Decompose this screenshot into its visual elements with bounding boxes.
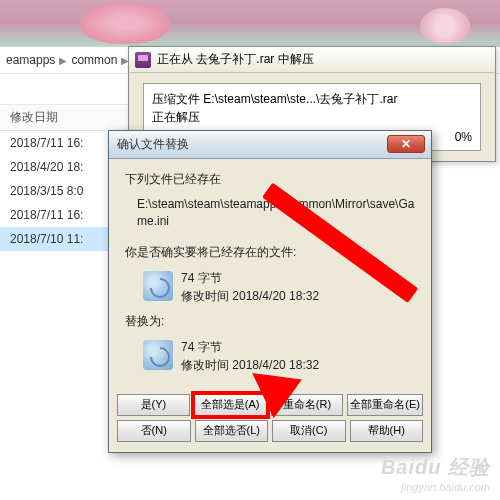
help-button[interactable]: 帮助(H) <box>350 420 424 442</box>
progress-percent: 0% <box>455 128 472 146</box>
existing-file-block: 74 字节 修改时间 2018/4/20 18:32 <box>125 269 415 305</box>
close-icon: ✕ <box>401 137 411 151</box>
modtime-label: 修改时间 <box>181 289 229 303</box>
dialog-title: 确认文件替换 <box>117 136 189 153</box>
no-button[interactable]: 否(N) <box>117 420 191 442</box>
new-file-block: 74 字节 修改时间 2018/4/20 18:32 <box>125 338 415 374</box>
chevron-right-icon: ▶ <box>59 55 67 66</box>
replace-confirm-dialog: 确认文件替换 ✕ 下列文件已经存在 E:\steam\steam\steamap… <box>108 130 432 453</box>
rar-icon <box>135 52 151 68</box>
archive-path: E:\steam\steam\ste...\去兔子补丁.rar <box>203 92 397 106</box>
file-size: 74 字节 <box>181 269 319 287</box>
watermark-url: jingyan.baidu.com <box>381 480 490 494</box>
file-path: E:\steam\steam\steamapps\common\Mirror\s… <box>125 196 415 230</box>
modtime-label: 修改时间 <box>181 358 229 372</box>
yes-button[interactable]: 是(Y) <box>117 394 190 416</box>
modtime-value: 2018/4/20 18:32 <box>232 289 319 303</box>
archive-label: 压缩文件 <box>152 92 200 106</box>
desktop-wallpaper <box>0 0 500 46</box>
close-button[interactable]: ✕ <box>387 135 425 153</box>
dialog-titlebar[interactable]: 确认文件替换 ✕ <box>109 131 431 159</box>
file-size: 74 字节 <box>181 338 319 356</box>
dialog-titlebar[interactable]: 正在从 去兔子补丁.rar 中解压 <box>129 47 495 73</box>
button-row-1: 是(Y) 全部选是(A) 重命名(R) 全部重命名(E) <box>109 392 431 418</box>
dialog-body: 下列文件已经存在 E:\steam\steam\steamapps\common… <box>109 159 431 392</box>
button-row-2: 否(N) 全部选否(L) 取消(C) 帮助(H) <box>109 418 431 452</box>
breadcrumb-item[interactable]: eamapps <box>6 53 55 67</box>
watermark-brand: Baidu 经验 <box>381 454 490 480</box>
exists-label: 下列文件已经存在 <box>125 171 415 188</box>
cancel-button[interactable]: 取消(C) <box>272 420 346 442</box>
file-icon <box>143 271 173 301</box>
extracting-label: 正在解压 <box>152 108 472 126</box>
rename-button[interactable]: 重命名(R) <box>271 394 344 416</box>
no-all-button[interactable]: 全部选否(L) <box>195 420 269 442</box>
dialog-title: 正在从 去兔子补丁.rar 中解压 <box>157 51 314 68</box>
breadcrumb-item[interactable]: common <box>71 53 117 67</box>
rename-all-button[interactable]: 全部重命名(E) <box>347 394 423 416</box>
replace-with-label: 替换为: <box>125 313 415 330</box>
confirm-label: 你是否确实要将已经存在的文件: <box>125 244 415 261</box>
watermark: Baidu 经验 jingyan.baidu.com <box>381 454 490 494</box>
file-icon <box>143 340 173 370</box>
modtime-value: 2018/4/20 18:32 <box>232 358 319 372</box>
yes-all-button[interactable]: 全部选是(A) <box>194 394 267 416</box>
